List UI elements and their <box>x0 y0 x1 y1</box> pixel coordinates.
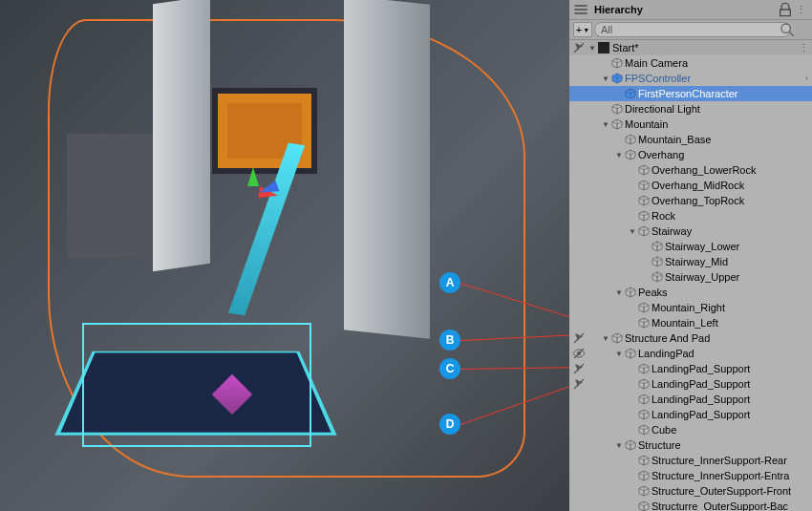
search-input[interactable]: All <box>594 22 791 37</box>
tree-item-label: Mountain_Base <box>638 134 812 145</box>
expand-toggle[interactable] <box>613 288 625 297</box>
gameobject-icon <box>638 317 650 329</box>
gameobject-icon <box>625 439 636 451</box>
expand-toggle[interactable] <box>600 75 611 83</box>
gameobject-icon <box>611 332 623 344</box>
scene-menu-icon[interactable]: ⋮ <box>799 42 808 54</box>
tree-item-label: FirstPersonCharacter <box>638 88 812 99</box>
gameobject-icon <box>638 424 650 436</box>
tree-row[interactable]: Overhang_TopRock <box>569 193 812 208</box>
tree-item-label: Structurre_OuterSupport-Bac <box>652 500 812 511</box>
gameobject-icon <box>638 394 650 405</box>
tree-row[interactable]: LandingPad_Support <box>569 361 812 376</box>
scene-content <box>0 0 569 511</box>
tree-item-label: Overhang <box>638 149 812 160</box>
tree-row[interactable]: FirstPersonCharacter <box>569 86 812 101</box>
gameobject-icon <box>638 378 650 390</box>
annotation-badge: A <box>439 272 460 293</box>
tree-row[interactable]: LandingPad_Support <box>569 376 812 392</box>
tree-item-label: Directional Light <box>625 103 812 115</box>
tree-row[interactable]: Structure And Pad <box>569 330 812 346</box>
tree-row[interactable]: Structurre_OuterSupport-Bac <box>569 499 812 511</box>
expand-toggle[interactable] <box>613 151 625 160</box>
gameobject-icon <box>611 103 623 115</box>
tree-row[interactable]: Structure <box>569 437 812 453</box>
tree-item-label: Peaks <box>638 287 812 298</box>
panel-title: Hierarchy <box>588 4 649 15</box>
pickability-toggle-icon[interactable] <box>571 330 587 346</box>
open-prefab-icon[interactable]: › <box>805 74 808 83</box>
tree-row[interactable]: Directional Light <box>569 101 812 117</box>
tree-row[interactable]: LandingPad <box>569 346 812 361</box>
tree-row[interactable]: Stairway <box>569 224 812 239</box>
tree-item-label: Overhang_LowerRock <box>652 164 812 176</box>
tree-row[interactable]: Mountain_Left <box>569 315 812 330</box>
tree-item-label: LandingPad_Support <box>652 363 812 374</box>
panel-menu-icon[interactable] <box>573 2 588 17</box>
tree-row[interactable]: Mountain <box>569 117 812 132</box>
expand-toggle[interactable] <box>613 441 625 450</box>
tree-row[interactable]: Structure_OuterSupport-Front <box>569 483 812 499</box>
gameobject-icon <box>638 485 650 497</box>
tree-row[interactable]: Stairway_Mid <box>569 254 812 269</box>
tree-item-label: Start* <box>612 42 812 53</box>
tree-row[interactable]: Peaks <box>569 285 812 300</box>
tree-row[interactable]: FPSController› <box>569 71 812 86</box>
tree-row[interactable]: Overhang_LowerRock <box>569 162 812 178</box>
gameobject-icon <box>638 210 650 222</box>
tree-item-label: Structure <box>638 439 812 451</box>
gameobject-icon <box>611 118 623 130</box>
tree-row[interactable]: LandingPad_Support <box>569 392 812 407</box>
tree-row[interactable]: Mountain_Right <box>569 300 812 315</box>
tree-row[interactable]: Overhang <box>569 147 812 162</box>
gameobject-icon <box>652 271 663 283</box>
hierarchy-tree[interactable]: Start*⋮Main CameraFPSController›FirstPer… <box>569 40 812 511</box>
gameobject-icon <box>638 225 650 237</box>
expand-toggle[interactable] <box>627 227 638 236</box>
tree-item-label: Overhang_MidRock <box>652 180 812 191</box>
gameobject-icon <box>625 348 636 359</box>
tree-row[interactable]: Rock <box>569 208 812 224</box>
tree-item-label: LandingPad <box>638 348 812 359</box>
tree-row[interactable]: Overhang_MidRock <box>569 178 812 193</box>
tree-row[interactable]: Stairway_Upper <box>569 269 812 285</box>
tree-row[interactable]: Mountain_Base <box>569 132 812 147</box>
expand-toggle[interactable] <box>600 120 611 129</box>
pickability-toggle-icon[interactable] <box>571 361 587 376</box>
lock-icon[interactable] <box>778 2 793 17</box>
tree-item-label: LandingPad_Support <box>652 394 812 405</box>
gizmo-y-axis[interactable] <box>247 167 259 186</box>
tree-row[interactable]: Cube <box>569 422 812 437</box>
tree-item-label: Mountain_Right <box>652 302 812 313</box>
tree-row[interactable]: Main Camera <box>569 55 812 71</box>
tree-row[interactable]: Stairway_Lower <box>569 239 812 254</box>
gameobject-icon <box>638 409 650 420</box>
gameobject-icon <box>652 241 663 252</box>
gameobject-icon <box>625 287 636 298</box>
pickability-toggle-icon[interactable] <box>571 40 587 55</box>
tree-item-label: Stairway_Lower <box>665 241 812 252</box>
tree-row[interactable]: LandingPad_Support <box>569 407 812 422</box>
create-dropdown[interactable]: +▼ <box>573 22 592 37</box>
tree-item-label: Stairway_Mid <box>665 256 812 267</box>
tree-item-label: LandingPad_Support <box>652 409 812 420</box>
tree-item-label: Mountain_Left <box>652 317 812 329</box>
expand-toggle[interactable] <box>613 350 625 358</box>
gameobject-icon <box>638 302 650 313</box>
panel-toolbar: +▼ All <box>569 20 812 40</box>
annotation-badge: B <box>439 330 460 351</box>
tree-item-label: Stairway <box>652 225 812 237</box>
gameobject-icon <box>638 363 650 374</box>
expand-toggle[interactable] <box>587 44 598 53</box>
tree-row[interactable]: Start*⋮ <box>569 40 812 55</box>
scene-view[interactable]: ABCD <box>0 0 569 511</box>
tree-row[interactable]: Structure_InnerSupport-Entra <box>569 468 812 483</box>
gameobject-icon <box>638 455 650 466</box>
pickability-toggle-icon[interactable] <box>571 376 587 392</box>
gameobject-icon <box>638 500 650 511</box>
visibility-toggle-icon[interactable] <box>571 346 587 361</box>
panel-options-icon[interactable]: ⋮ <box>793 2 808 17</box>
tree-row[interactable]: Structure_InnerSupport-Rear <box>569 453 812 468</box>
annotation-badge: D <box>439 414 460 435</box>
expand-toggle[interactable] <box>600 334 611 343</box>
